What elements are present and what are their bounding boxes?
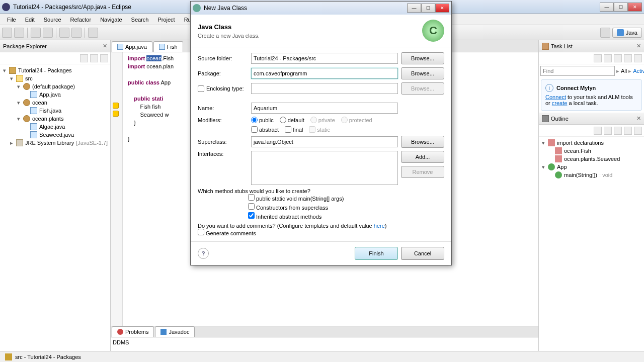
ddms-label: DDMS <box>111 337 538 347</box>
finish-button[interactable]: Finish <box>355 247 398 260</box>
outline-tool-icon[interactable] <box>594 127 602 135</box>
search-icon[interactable] <box>88 28 98 38</box>
menu-file[interactable]: File <box>3 16 20 24</box>
java-perspective-button[interactable]: Java <box>612 28 642 38</box>
tab-problems[interactable]: Problems <box>112 326 154 337</box>
java-perspective-icon <box>617 29 624 36</box>
package-icon[interactable] <box>59 28 69 38</box>
package-explorer-tree: ▾ Tutorial24 - Packages ▾ src ▾ (default… <box>0 64 110 149</box>
folder-icon <box>5 353 12 360</box>
outline-import-seaweed[interactable]: ocean.plants.Seaweed <box>541 155 642 163</box>
outline-tool-icon[interactable] <box>604 127 612 135</box>
package-label: Package: <box>198 70 248 76</box>
menu-project[interactable]: Project <box>153 16 179 24</box>
default-radio[interactable] <box>280 117 286 123</box>
add-interface-button[interactable]: Add... <box>401 151 444 163</box>
abstract-checkbox[interactable] <box>251 126 258 133</box>
browse-package-button[interactable]: Browse... <box>401 67 444 79</box>
here-link[interactable]: here <box>374 223 385 229</box>
warning-marker-icon <box>113 111 119 117</box>
source-folder-input[interactable] <box>251 53 398 64</box>
generate-comments-checkbox[interactable] <box>198 229 204 235</box>
editor-tab-app[interactable]: App.java <box>112 41 152 52</box>
task-tool-icon[interactable] <box>604 54 612 62</box>
outline-import-fish[interactable]: ocean.Fish <box>541 147 642 155</box>
tree-ocean-package[interactable]: ▾ ocean <box>2 99 108 107</box>
new-icon[interactable] <box>2 28 12 38</box>
minimize-button[interactable]: — <box>600 3 614 12</box>
help-icon[interactable]: ? <box>198 248 209 259</box>
dialog-titlebar[interactable]: New Java Class — ☐ ✕ <box>191 2 451 15</box>
save-icon[interactable] <box>14 28 24 38</box>
browse-source-button[interactable]: Browse... <box>401 52 444 64</box>
tree-seaweed-java[interactable]: Seaweed.java <box>2 131 108 139</box>
dialog-maximize-button[interactable]: ☐ <box>421 4 435 13</box>
tree-project[interactable]: ▾ Tutorial24 - Packages <box>2 66 108 74</box>
bottom-panel: Problems Javadoc DDMS <box>111 326 538 351</box>
tree-fish-java[interactable]: Fish.java <box>2 107 108 115</box>
outline-tool-icon[interactable] <box>614 127 622 135</box>
menu-source[interactable]: Source <box>40 16 65 24</box>
outline-method-main[interactable]: main(String[]) : void <box>541 171 642 179</box>
browse-superclass-button[interactable]: Browse... <box>401 136 444 148</box>
menu-edit[interactable]: Edit <box>21 16 39 24</box>
inherited-checkbox[interactable] <box>248 212 255 219</box>
outline-imports[interactable]: ▾ import declarations <box>541 139 642 147</box>
tree-algae-java[interactable]: Algae.java <box>2 123 108 131</box>
main-stub-checkbox[interactable] <box>248 194 255 201</box>
dialog-minimize-button[interactable]: — <box>407 4 421 13</box>
link-icon[interactable] <box>90 54 98 62</box>
editor-tab-fish[interactable]: Fish <box>153 41 183 52</box>
constructors-checkbox[interactable] <box>248 203 255 210</box>
activate-link[interactable]: Activate... <box>633 68 644 74</box>
tree-src[interactable]: ▾ src <box>2 74 108 82</box>
close-icon[interactable]: ✕ <box>103 43 107 49</box>
interfaces-label: Interfaces: <box>198 151 248 157</box>
outline-class-app[interactable]: ▾ App <box>541 163 642 171</box>
tree-default-package[interactable]: ▾ (default package) <box>2 82 108 90</box>
tree-app-java[interactable]: App.java <box>2 90 108 99</box>
javadoc-icon <box>160 329 167 335</box>
package-input[interactable] <box>251 68 398 79</box>
task-tool-icon[interactable] <box>614 54 622 62</box>
tree-jre[interactable]: ▸ JRE System Library [JavaSE-1.7] <box>2 139 108 147</box>
close-icon[interactable]: ✕ <box>636 43 641 49</box>
enclosing-type-checkbox[interactable] <box>198 85 204 92</box>
close-icon[interactable]: ✕ <box>636 115 641 122</box>
final-checkbox[interactable] <box>285 126 291 133</box>
menu-search[interactable]: Search <box>127 16 153 24</box>
tab-javadoc[interactable]: Javadoc <box>155 326 195 337</box>
dialog-header-title: Java Class <box>198 23 422 31</box>
class-wizard-icon: C <box>422 20 444 42</box>
menu-refactor[interactable]: Refactor <box>66 16 96 24</box>
name-input[interactable] <box>251 103 398 114</box>
create-link[interactable]: create <box>552 100 568 106</box>
debug-icon[interactable] <box>31 28 41 38</box>
tree-plants-package[interactable]: ▾ ocean.plants <box>2 115 108 123</box>
right-sidebar: Task List ✕ ▸ All ▸ Activate... <box>538 40 644 351</box>
stubs-question: Which method stubs would you like to cre… <box>198 188 444 194</box>
public-radio[interactable] <box>251 117 258 123</box>
maximize-button[interactable]: ☐ <box>614 3 628 12</box>
connect-link[interactable]: Connect <box>545 94 566 100</box>
modifiers-label: Modifiers: <box>198 117 248 123</box>
menu-icon[interactable] <box>100 54 108 62</box>
class-icon[interactable] <box>71 28 82 38</box>
interfaces-list[interactable] <box>251 151 398 185</box>
task-tool-icon[interactable] <box>624 54 632 62</box>
task-tool-icon[interactable] <box>594 54 602 62</box>
run-icon[interactable] <box>43 28 53 38</box>
task-tool-icon[interactable] <box>634 54 642 62</box>
menu-navigate[interactable]: Navigate <box>96 16 126 24</box>
outline-tool-icon[interactable] <box>624 127 632 135</box>
outline-tool-icon[interactable] <box>634 127 642 135</box>
close-button[interactable]: ✕ <box>628 3 642 12</box>
cancel-button[interactable]: Cancel <box>401 247 444 260</box>
dialog-header: Java Class Create a new Java class. C <box>191 15 451 47</box>
dialog-close-button[interactable]: ✕ <box>435 4 449 13</box>
superclass-input[interactable] <box>251 136 398 147</box>
all-filter[interactable]: All <box>621 68 627 74</box>
find-input[interactable] <box>540 66 615 76</box>
open-perspective-icon[interactable] <box>600 28 610 38</box>
collapse-icon[interactable] <box>80 54 88 62</box>
